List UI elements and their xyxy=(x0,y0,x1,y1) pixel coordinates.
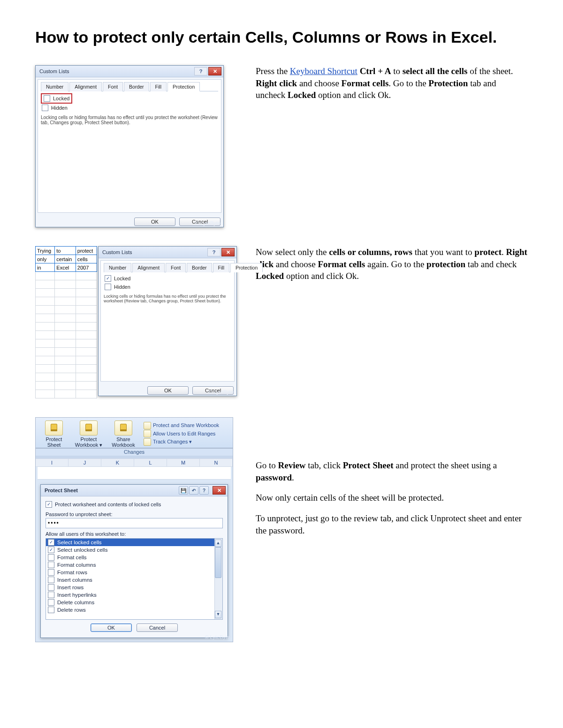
protect-sheet-button[interactable]: Protect Sheet xyxy=(39,420,68,448)
protect-contents-label: Protect worksheet and contents of locked… xyxy=(55,502,161,507)
column-headers: IJK LMN xyxy=(36,458,233,467)
watermark: © LyteByte xyxy=(195,220,221,226)
sample-spreadsheet: Tryingtoprotect onlycertaincells inExcel… xyxy=(35,246,97,398)
list-item: Select unlocked cells xyxy=(46,546,222,554)
step3-text-3: To unprotect, just go to the review tab,… xyxy=(256,512,528,536)
ribbon-group-label: Changes xyxy=(36,448,233,456)
list-item: Delete rows xyxy=(46,606,222,614)
qat-undo-icon[interactable]: ↶ xyxy=(189,486,198,495)
ok-button[interactable]: OK xyxy=(147,386,189,395)
share-icon xyxy=(114,420,132,435)
help-button[interactable]: ? xyxy=(207,248,221,256)
keyboard-shortcut-link[interactable]: Keyboard Shortcut xyxy=(290,66,358,76)
protect-workbook-button[interactable]: Protect Workbook ▾ xyxy=(74,420,103,448)
list-item: Insert columns xyxy=(46,576,222,584)
dialog-title: Custom Lists xyxy=(39,68,69,74)
tab-protection[interactable]: Protection xyxy=(167,82,200,91)
close-button[interactable]: ✕ xyxy=(208,67,221,75)
review-ribbon-figure: Protect Sheet Protect Workbook ▾ Share W… xyxy=(35,417,233,642)
dialog-title: Custom Lists xyxy=(102,249,132,255)
list-item: Select locked cells xyxy=(46,539,222,546)
tab-alignment[interactable]: Alignment xyxy=(132,263,165,272)
table-row: Tryingtoprotect xyxy=(36,247,97,255)
format-cells-dialog-unchecked: Custom Lists ? ✕ Number Alignment Font B… xyxy=(35,65,224,227)
locked-highlight: Locked xyxy=(41,93,72,104)
allow-label: Allow all users of this worksheet to: xyxy=(46,531,223,537)
password-label: Password to unprotect sheet: xyxy=(46,511,223,517)
tab-fill[interactable]: Fill xyxy=(213,263,229,272)
scroll-up-icon[interactable]: ▲ xyxy=(215,540,221,547)
hidden-checkbox[interactable] xyxy=(105,284,111,290)
hidden-checkbox[interactable] xyxy=(42,105,48,111)
scroll-thumb[interactable] xyxy=(215,547,221,578)
qat-save-icon[interactable]: 💾 xyxy=(179,486,188,495)
table-row: onlycertaincells xyxy=(36,255,97,263)
lock-share-icon xyxy=(144,422,151,429)
tab-font[interactable]: Font xyxy=(166,263,186,272)
lock-icon xyxy=(45,420,63,435)
format-cells-dialog-checked: Custom Lists ? ✕ Number Alignment Font B… xyxy=(98,246,237,396)
track-icon xyxy=(144,438,151,446)
cancel-button[interactable]: Cancel xyxy=(137,623,178,632)
track-changes-button[interactable]: Track Changes ▾ xyxy=(144,438,219,446)
tab-number[interactable]: Number xyxy=(104,263,131,272)
lock-icon xyxy=(80,420,98,435)
scroll-down-icon[interactable]: ▼ xyxy=(215,611,221,618)
qat-help-icon[interactable]: ? xyxy=(199,486,209,495)
protect-and-share-button[interactable]: Protect and Share Workbook xyxy=(144,421,219,430)
list-item: Insert hyperlinks xyxy=(46,591,222,599)
tab-fill[interactable]: Fill xyxy=(150,82,167,91)
table-row: inExcel2007 xyxy=(36,263,97,272)
tab-protection[interactable]: Protection xyxy=(230,263,263,272)
step1-text: Press the Keyboard Shortcut Ctrl + A to … xyxy=(256,65,528,101)
step3-text-1: Go to Review tab, click Protect Sheet an… xyxy=(256,459,528,483)
allow-edit-ranges-button[interactable]: Allow Users to Edit Ranges xyxy=(144,430,219,438)
tab-border[interactable]: Border xyxy=(124,82,149,91)
dialog-title: Protect Sheet xyxy=(45,488,78,493)
password-input[interactable] xyxy=(46,518,223,528)
tab-font[interactable]: Font xyxy=(103,82,123,91)
locked-checkbox[interactable] xyxy=(44,95,50,102)
locked-checkbox[interactable] xyxy=(105,275,111,282)
protect-contents-checkbox[interactable] xyxy=(46,501,52,508)
scrollbar[interactable]: ▲ ▼ xyxy=(214,539,222,619)
step2-text: Now select only the cells or columns, ro… xyxy=(256,246,528,282)
list-item: Format rows xyxy=(46,569,222,576)
ok-button[interactable]: OK xyxy=(91,623,132,632)
close-button[interactable]: ✕ xyxy=(213,486,226,495)
step3-text-2: Now only certain cells of the sheet will… xyxy=(256,492,528,504)
list-item: Insert rows xyxy=(46,584,222,591)
permissions-listbox[interactable]: Select locked cells Select unlocked cell… xyxy=(46,538,223,620)
tab-border[interactable]: Border xyxy=(187,263,212,272)
page-title: How to protect only certain Cells, Colum… xyxy=(35,28,528,46)
list-item: Format columns xyxy=(46,561,222,569)
tab-alignment[interactable]: Alignment xyxy=(69,82,102,91)
users-icon xyxy=(144,430,151,437)
locked-label: Locked xyxy=(114,276,130,281)
protect-sheet-dialog: Protect Sheet 💾 ↶ ? ✕ Protect worksheet … xyxy=(40,484,228,638)
hidden-label: Hidden xyxy=(51,105,68,111)
locked-label: Locked xyxy=(53,96,69,101)
watermark: © LyteByte xyxy=(205,634,230,640)
help-button[interactable]: ? xyxy=(194,67,207,75)
protection-note: Locking cells or hiding formulas has no … xyxy=(41,115,218,125)
list-item: Delete columns xyxy=(46,599,222,606)
list-item: Format cells xyxy=(46,554,222,561)
hidden-label: Hidden xyxy=(114,284,130,290)
tab-number[interactable]: Number xyxy=(41,82,68,91)
close-button[interactable]: ✕ xyxy=(221,248,235,256)
ok-button[interactable]: OK xyxy=(134,218,175,226)
protection-note: Locking cells or hiding formulas has no … xyxy=(104,294,231,303)
watermark: © LyteByte xyxy=(208,389,234,395)
share-workbook-button[interactable]: Share Workbook xyxy=(109,420,138,448)
